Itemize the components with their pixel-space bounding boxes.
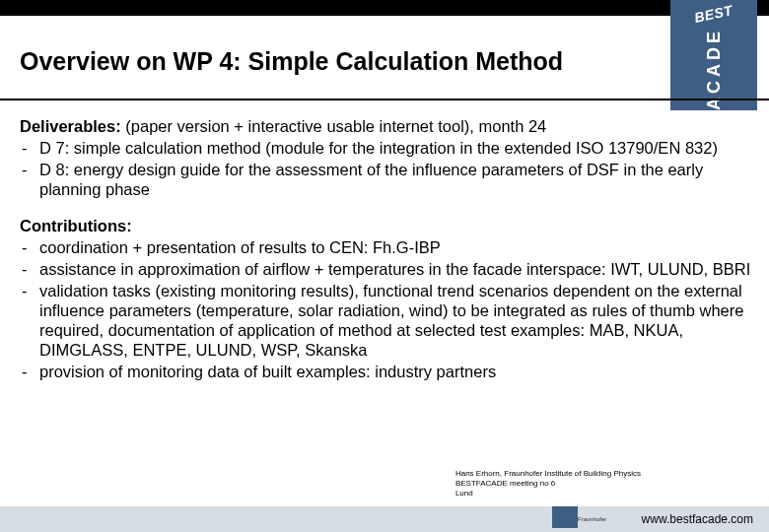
content-area: Deliverables: (paper version + interacti… [20, 116, 753, 398]
top-black-bar [0, 0, 769, 16]
deliverables-subtext: (paper version + interactive usable inte… [121, 117, 547, 135]
deliverables-section: Deliverables: (paper version + interacti… [20, 116, 753, 200]
deliverables-list: D 7: simple calculation method (module f… [20, 138, 753, 199]
logo-text-facade: FACADE [704, 28, 725, 124]
contributions-heading: Contributions: [20, 217, 132, 234]
footer-small-text: Fraunhofer [578, 516, 606, 522]
deliverables-heading: Deliverables: [20, 117, 121, 135]
credit-line: BESTFACADE meeting no 6 [455, 479, 641, 489]
credit-block: Hans Erhorn, Fraunhofer Institute of Bui… [455, 469, 641, 499]
footer-url: www.bestfacade.com [642, 512, 753, 526]
footer-logo-icon [552, 506, 578, 528]
list-item: D 8: energy design guide for the assessm… [20, 160, 753, 199]
contributions-section: Contributions: coordination + presentati… [20, 216, 753, 382]
list-item: D 7: simple calculation method (module f… [20, 138, 753, 158]
credit-line: Lund [455, 489, 641, 499]
contributions-list: coordination + presentation of results t… [20, 237, 753, 382]
list-item: coordination + presentation of results t… [20, 237, 753, 257]
logo-text-best: BEST [693, 2, 734, 26]
bestfacade-logo: BEST FACADE [670, 0, 757, 110]
credit-line: Hans Erhorn, Fraunhofer Institute of Bui… [455, 469, 641, 479]
title-area: Overview on WP 4: Simple Calculation Met… [20, 47, 661, 76]
title-underline [0, 99, 769, 100]
slide-title: Overview on WP 4: Simple Calculation Met… [20, 47, 661, 76]
list-item: validation tasks (existing monitoring re… [20, 281, 753, 361]
list-item: assistance in approximation of airflow +… [20, 259, 753, 279]
list-item: provision of monitoring data of built ex… [20, 362, 753, 381]
